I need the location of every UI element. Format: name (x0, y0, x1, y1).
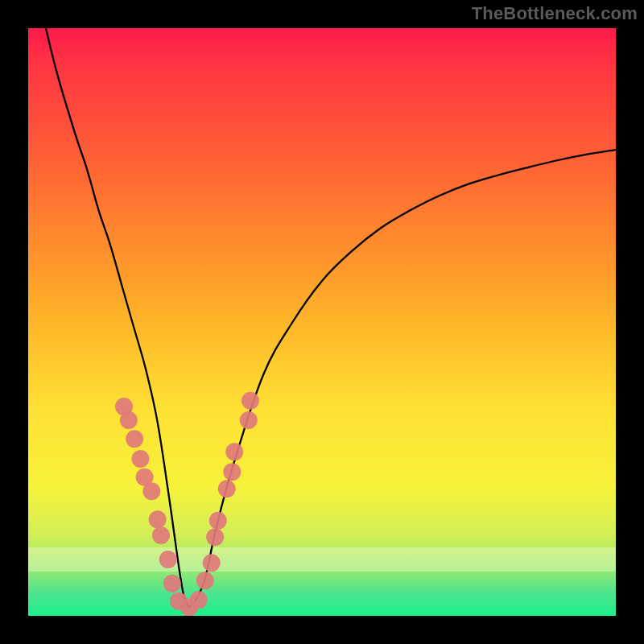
data-marker (218, 480, 236, 497)
data-marker (206, 528, 224, 546)
chart-frame: TheBottleneck.com (0, 0, 644, 644)
marker-group (115, 392, 259, 616)
data-marker (209, 512, 227, 530)
data-marker (159, 551, 177, 568)
data-marker (225, 443, 243, 460)
data-marker (203, 554, 221, 572)
bottleneck-curve (46, 28, 616, 607)
data-marker (152, 526, 170, 544)
data-marker (190, 591, 208, 609)
data-marker (240, 411, 258, 429)
plot-svg (28, 28, 616, 616)
data-marker (131, 450, 149, 468)
data-marker (126, 430, 143, 448)
data-marker (149, 510, 167, 528)
data-marker (196, 572, 214, 589)
data-marker (223, 463, 241, 481)
data-marker (142, 482, 160, 500)
data-marker (242, 392, 259, 410)
watermark-text: TheBottleneck.com (472, 3, 638, 24)
data-marker (120, 411, 138, 429)
data-marker (163, 575, 181, 592)
